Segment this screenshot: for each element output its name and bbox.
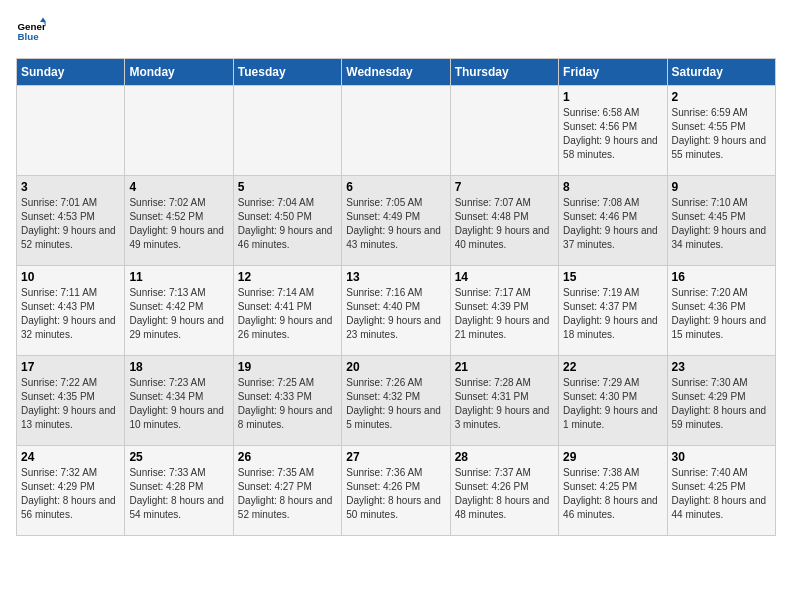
calendar-week-row: 17Sunrise: 7:22 AM Sunset: 4:35 PM Dayli… — [17, 356, 776, 446]
calendar-cell: 7Sunrise: 7:07 AM Sunset: 4:48 PM Daylig… — [450, 176, 558, 266]
calendar-cell — [17, 86, 125, 176]
logo: General Blue — [16, 16, 50, 46]
calendar-cell — [450, 86, 558, 176]
weekday-header-thursday: Thursday — [450, 59, 558, 86]
day-info: Sunrise: 7:22 AM Sunset: 4:35 PM Dayligh… — [21, 376, 120, 432]
day-number: 20 — [346, 360, 445, 374]
day-number: 17 — [21, 360, 120, 374]
day-number: 11 — [129, 270, 228, 284]
day-info: Sunrise: 7:02 AM Sunset: 4:52 PM Dayligh… — [129, 196, 228, 252]
day-info: Sunrise: 7:19 AM Sunset: 4:37 PM Dayligh… — [563, 286, 662, 342]
calendar-cell — [125, 86, 233, 176]
calendar-cell: 15Sunrise: 7:19 AM Sunset: 4:37 PM Dayli… — [559, 266, 667, 356]
svg-text:Blue: Blue — [18, 31, 40, 42]
day-info: Sunrise: 7:35 AM Sunset: 4:27 PM Dayligh… — [238, 466, 337, 522]
calendar-cell — [342, 86, 450, 176]
weekday-header-monday: Monday — [125, 59, 233, 86]
day-info: Sunrise: 7:04 AM Sunset: 4:50 PM Dayligh… — [238, 196, 337, 252]
calendar-cell: 6Sunrise: 7:05 AM Sunset: 4:49 PM Daylig… — [342, 176, 450, 266]
day-info: Sunrise: 7:08 AM Sunset: 4:46 PM Dayligh… — [563, 196, 662, 252]
calendar-week-row: 1Sunrise: 6:58 AM Sunset: 4:56 PM Daylig… — [17, 86, 776, 176]
calendar-cell: 8Sunrise: 7:08 AM Sunset: 4:46 PM Daylig… — [559, 176, 667, 266]
day-info: Sunrise: 7:37 AM Sunset: 4:26 PM Dayligh… — [455, 466, 554, 522]
calendar-cell: 14Sunrise: 7:17 AM Sunset: 4:39 PM Dayli… — [450, 266, 558, 356]
day-info: Sunrise: 7:14 AM Sunset: 4:41 PM Dayligh… — [238, 286, 337, 342]
weekday-header-tuesday: Tuesday — [233, 59, 341, 86]
day-number: 7 — [455, 180, 554, 194]
logo-icon: General Blue — [16, 16, 46, 46]
day-info: Sunrise: 7:29 AM Sunset: 4:30 PM Dayligh… — [563, 376, 662, 432]
day-number: 19 — [238, 360, 337, 374]
day-info: Sunrise: 7:40 AM Sunset: 4:25 PM Dayligh… — [672, 466, 771, 522]
day-info: Sunrise: 7:01 AM Sunset: 4:53 PM Dayligh… — [21, 196, 120, 252]
day-info: Sunrise: 7:20 AM Sunset: 4:36 PM Dayligh… — [672, 286, 771, 342]
day-info: Sunrise: 7:16 AM Sunset: 4:40 PM Dayligh… — [346, 286, 445, 342]
day-number: 9 — [672, 180, 771, 194]
calendar-cell: 3Sunrise: 7:01 AM Sunset: 4:53 PM Daylig… — [17, 176, 125, 266]
weekday-header-sunday: Sunday — [17, 59, 125, 86]
calendar-week-row: 24Sunrise: 7:32 AM Sunset: 4:29 PM Dayli… — [17, 446, 776, 536]
day-info: Sunrise: 7:07 AM Sunset: 4:48 PM Dayligh… — [455, 196, 554, 252]
day-number: 22 — [563, 360, 662, 374]
day-number: 18 — [129, 360, 228, 374]
day-number: 12 — [238, 270, 337, 284]
page-header: General Blue — [16, 16, 776, 46]
day-number: 5 — [238, 180, 337, 194]
calendar-cell: 22Sunrise: 7:29 AM Sunset: 4:30 PM Dayli… — [559, 356, 667, 446]
calendar-cell: 21Sunrise: 7:28 AM Sunset: 4:31 PM Dayli… — [450, 356, 558, 446]
day-number: 30 — [672, 450, 771, 464]
svg-marker-2 — [40, 18, 46, 23]
calendar-cell: 20Sunrise: 7:26 AM Sunset: 4:32 PM Dayli… — [342, 356, 450, 446]
day-number: 14 — [455, 270, 554, 284]
calendar-cell: 11Sunrise: 7:13 AM Sunset: 4:42 PM Dayli… — [125, 266, 233, 356]
day-number: 8 — [563, 180, 662, 194]
day-info: Sunrise: 7:33 AM Sunset: 4:28 PM Dayligh… — [129, 466, 228, 522]
day-number: 21 — [455, 360, 554, 374]
calendar-cell: 28Sunrise: 7:37 AM Sunset: 4:26 PM Dayli… — [450, 446, 558, 536]
calendar-cell: 16Sunrise: 7:20 AM Sunset: 4:36 PM Dayli… — [667, 266, 775, 356]
calendar-cell: 18Sunrise: 7:23 AM Sunset: 4:34 PM Dayli… — [125, 356, 233, 446]
day-number: 26 — [238, 450, 337, 464]
calendar-cell: 12Sunrise: 7:14 AM Sunset: 4:41 PM Dayli… — [233, 266, 341, 356]
calendar-cell: 2Sunrise: 6:59 AM Sunset: 4:55 PM Daylig… — [667, 86, 775, 176]
day-info: Sunrise: 6:58 AM Sunset: 4:56 PM Dayligh… — [563, 106, 662, 162]
calendar-cell — [233, 86, 341, 176]
day-info: Sunrise: 7:38 AM Sunset: 4:25 PM Dayligh… — [563, 466, 662, 522]
day-number: 2 — [672, 90, 771, 104]
day-info: Sunrise: 7:30 AM Sunset: 4:29 PM Dayligh… — [672, 376, 771, 432]
day-info: Sunrise: 7:05 AM Sunset: 4:49 PM Dayligh… — [346, 196, 445, 252]
calendar-table: SundayMondayTuesdayWednesdayThursdayFrid… — [16, 58, 776, 536]
day-info: Sunrise: 7:23 AM Sunset: 4:34 PM Dayligh… — [129, 376, 228, 432]
day-number: 6 — [346, 180, 445, 194]
day-number: 15 — [563, 270, 662, 284]
calendar-cell: 17Sunrise: 7:22 AM Sunset: 4:35 PM Dayli… — [17, 356, 125, 446]
day-number: 25 — [129, 450, 228, 464]
svg-text:General: General — [18, 21, 47, 32]
day-number: 10 — [21, 270, 120, 284]
day-info: Sunrise: 7:32 AM Sunset: 4:29 PM Dayligh… — [21, 466, 120, 522]
day-info: Sunrise: 7:36 AM Sunset: 4:26 PM Dayligh… — [346, 466, 445, 522]
day-info: Sunrise: 7:13 AM Sunset: 4:42 PM Dayligh… — [129, 286, 228, 342]
calendar-cell: 19Sunrise: 7:25 AM Sunset: 4:33 PM Dayli… — [233, 356, 341, 446]
weekday-header-friday: Friday — [559, 59, 667, 86]
day-number: 1 — [563, 90, 662, 104]
day-number: 28 — [455, 450, 554, 464]
calendar-cell: 24Sunrise: 7:32 AM Sunset: 4:29 PM Dayli… — [17, 446, 125, 536]
calendar-cell: 30Sunrise: 7:40 AM Sunset: 4:25 PM Dayli… — [667, 446, 775, 536]
calendar-cell: 25Sunrise: 7:33 AM Sunset: 4:28 PM Dayli… — [125, 446, 233, 536]
day-info: Sunrise: 6:59 AM Sunset: 4:55 PM Dayligh… — [672, 106, 771, 162]
calendar-cell: 9Sunrise: 7:10 AM Sunset: 4:45 PM Daylig… — [667, 176, 775, 266]
weekday-header-saturday: Saturday — [667, 59, 775, 86]
day-info: Sunrise: 7:25 AM Sunset: 4:33 PM Dayligh… — [238, 376, 337, 432]
day-number: 24 — [21, 450, 120, 464]
calendar-cell: 5Sunrise: 7:04 AM Sunset: 4:50 PM Daylig… — [233, 176, 341, 266]
day-number: 4 — [129, 180, 228, 194]
calendar-cell: 29Sunrise: 7:38 AM Sunset: 4:25 PM Dayli… — [559, 446, 667, 536]
day-info: Sunrise: 7:10 AM Sunset: 4:45 PM Dayligh… — [672, 196, 771, 252]
day-info: Sunrise: 7:11 AM Sunset: 4:43 PM Dayligh… — [21, 286, 120, 342]
day-number: 29 — [563, 450, 662, 464]
calendar-cell: 1Sunrise: 6:58 AM Sunset: 4:56 PM Daylig… — [559, 86, 667, 176]
day-number: 13 — [346, 270, 445, 284]
weekday-header-wednesday: Wednesday — [342, 59, 450, 86]
calendar-cell: 26Sunrise: 7:35 AM Sunset: 4:27 PM Dayli… — [233, 446, 341, 536]
